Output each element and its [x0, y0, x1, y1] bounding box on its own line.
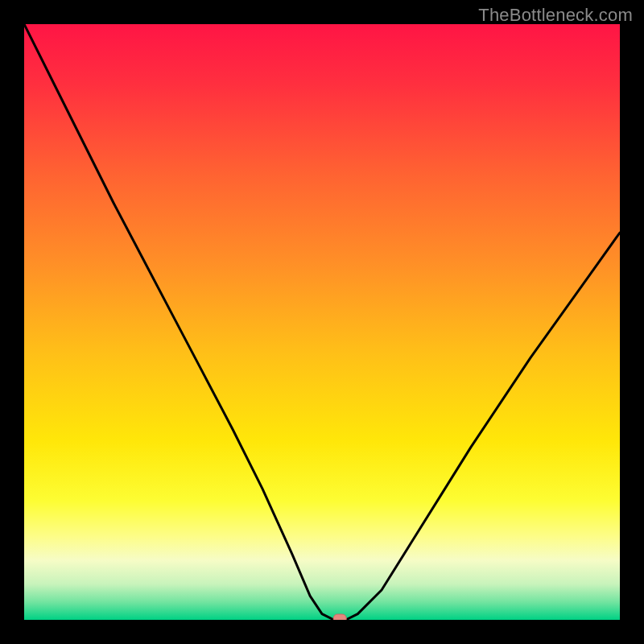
watermark-text: TheBottleneck.com — [478, 5, 633, 26]
bottleneck-plot — [24, 24, 620, 620]
chart-frame: TheBottleneck.com — [0, 0, 644, 644]
optimal-marker — [333, 614, 346, 620]
plot-background — [24, 24, 620, 620]
